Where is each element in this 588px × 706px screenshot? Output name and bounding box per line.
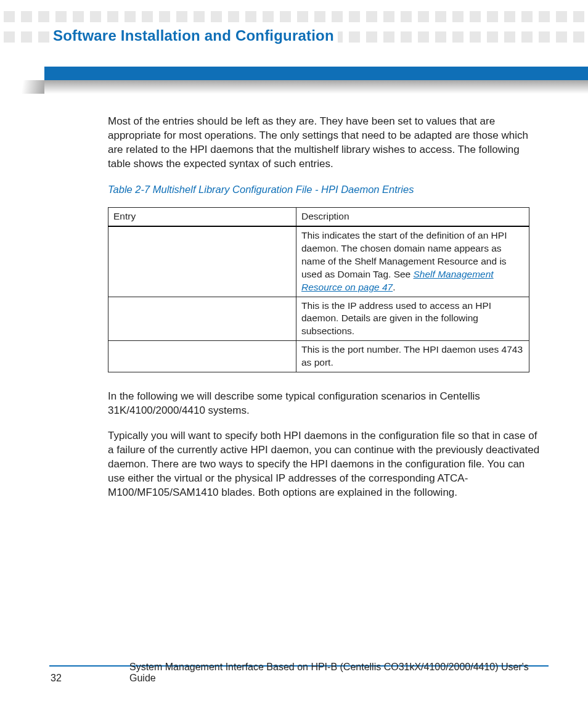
table-cell-description: This indicates the start of the definiti…: [296, 226, 529, 297]
intro-paragraph: Most of the entries should be left as th…: [108, 115, 544, 171]
table-row: This is the IP address used to access an…: [108, 297, 529, 341]
chapter-title: Software Installation and Configuration: [49, 27, 338, 44]
table-cell-entry: [108, 226, 296, 297]
table-header-entry: Entry: [108, 208, 296, 226]
header-shadow: [44, 80, 588, 94]
config-table: Entry Description This indicates the sta…: [108, 207, 529, 372]
paragraph-scenarios: In the following we will describe some t…: [108, 390, 544, 418]
header-blue-bar: [44, 67, 588, 80]
table-cell-description: This is the port number. The HPI daemon …: [296, 341, 529, 372]
table-cell-description: This is the IP address used to access an…: [296, 297, 529, 341]
table-header-description: Description: [296, 208, 529, 226]
paragraph-daemons: Typically you will want to specify both …: [108, 429, 544, 500]
desc-text: .: [393, 282, 395, 292]
table-row: This indicates the start of the definiti…: [108, 226, 529, 297]
footer-title: System Management Interface Based on HPI…: [129, 662, 549, 684]
table-caption: Table 2-7 Multishelf Library Configurati…: [108, 183, 544, 196]
table-row: This is the port number. The HPI daemon …: [108, 341, 529, 372]
table-header-row: Entry Description: [108, 208, 529, 226]
table-cell-entry: [108, 341, 296, 372]
table-cell-entry: [108, 297, 296, 341]
content-area: Most of the entries should be left as th…: [108, 115, 544, 511]
page-number: 32: [51, 673, 62, 684]
